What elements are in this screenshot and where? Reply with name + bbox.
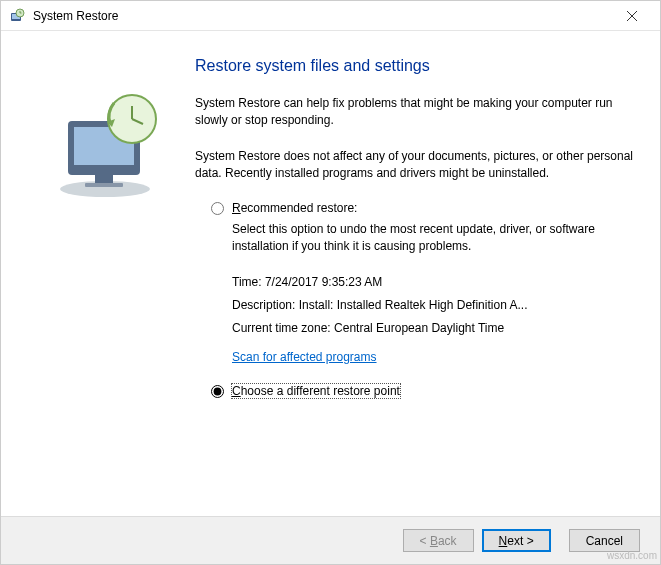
- wizard-graphic-panel: [25, 51, 195, 506]
- system-restore-icon: [9, 8, 25, 24]
- description-1: System Restore can help fix problems tha…: [195, 95, 636, 130]
- content-area: Restore system files and settings System…: [1, 31, 660, 516]
- recommended-restore-description: Select this option to undo the most rece…: [232, 221, 636, 256]
- window-title: System Restore: [33, 9, 612, 23]
- back-button: < Back: [403, 529, 474, 552]
- page-heading: Restore system files and settings: [195, 57, 636, 75]
- titlebar: System Restore: [1, 1, 660, 31]
- different-restore-radio[interactable]: [211, 385, 224, 398]
- wizard-footer: < Back Next > Cancel: [1, 516, 660, 564]
- restore-description: Description: Install: Installed Realtek …: [232, 294, 636, 317]
- recommended-restore-radio[interactable]: [211, 202, 224, 215]
- cancel-button[interactable]: Cancel: [569, 529, 640, 552]
- wizard-content: Restore system files and settings System…: [195, 51, 636, 506]
- next-button[interactable]: Next >: [482, 529, 551, 552]
- restore-point-details: Time: 7/24/2017 9:35:23 AM Description: …: [232, 271, 636, 339]
- description-2: System Restore does not affect any of yo…: [195, 148, 636, 183]
- system-restore-graphic-icon: [50, 91, 170, 201]
- svg-rect-6: [95, 175, 113, 183]
- recommended-restore-label: Recommended restore:: [232, 201, 357, 215]
- restore-timezone: Current time zone: Central European Dayl…: [232, 317, 636, 340]
- restore-options: Recommended restore: Select this option …: [211, 201, 636, 404]
- svg-rect-7: [85, 183, 123, 187]
- recommended-restore-option[interactable]: Recommended restore:: [211, 201, 636, 215]
- scan-affected-programs-link[interactable]: Scan for affected programs: [232, 350, 377, 364]
- different-restore-label: Choose a different restore point: [232, 384, 400, 398]
- different-restore-option[interactable]: Choose a different restore point: [211, 384, 636, 398]
- close-button[interactable]: [612, 2, 652, 30]
- restore-time: Time: 7/24/2017 9:35:23 AM: [232, 271, 636, 294]
